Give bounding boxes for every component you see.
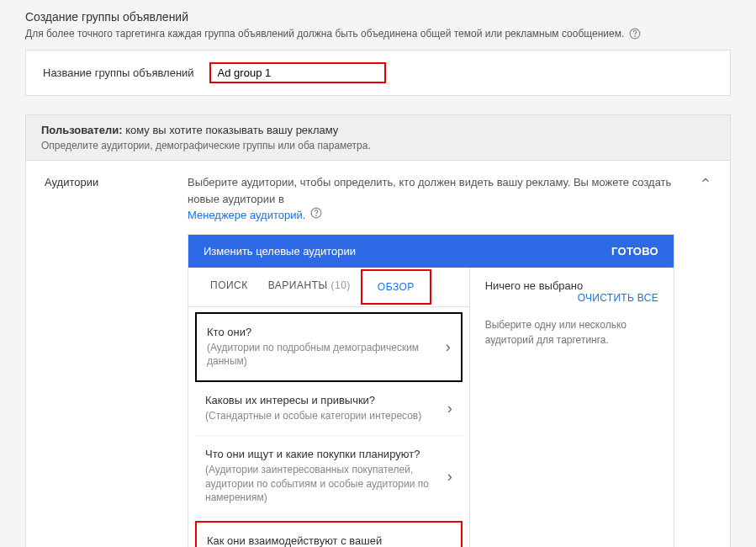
category-interaction[interactable]: Как они взаимодействуют с вашей компание…: [195, 521, 463, 547]
users-header-rest: кому вы хотите показывать вашу рекламу: [123, 124, 339, 136]
help-icon[interactable]: [629, 28, 641, 40]
done-button[interactable]: ГОТОВО: [611, 245, 658, 258]
audience-tabs: ПОИСК ВАРИАНТЫ (10) ОБЗОР: [188, 268, 469, 307]
audiences-selected-column: Ничего не выбрано ОЧИСТИТЬ ВСЕ Выберите …: [470, 268, 674, 548]
page-subtitle: Для более точного таргетинга каждая груп…: [25, 28, 731, 40]
collapse-button[interactable]: [700, 174, 711, 547]
category-title: Как они взаимодействуют с вашей компание…: [207, 534, 439, 547]
users-header: Пользователи: кому вы хотите показывать …: [25, 114, 731, 161]
audiences-panel: Изменить целевые аудитории ГОТОВО ПОИСК …: [188, 234, 674, 548]
adgroup-name-input[interactable]: [218, 66, 378, 79]
svg-point-3: [316, 215, 317, 216]
audiences-panel-title: Изменить целевые аудитории: [204, 245, 356, 258]
adgroup-name-input-wrap: [209, 62, 386, 83]
category-who[interactable]: Кто они? (Аудитории по подробным демогра…: [195, 312, 463, 383]
category-sub: (Аудитории по подробным демографическим …: [207, 341, 439, 369]
audiences-desc-text: Выберите аудитории, чтобы определить, кт…: [188, 174, 674, 207]
users-header-title: Пользователи: кому вы хотите показывать …: [41, 124, 715, 136]
category-sub: (Аудитории заинтересованных покупателей,…: [205, 463, 441, 505]
tab-search[interactable]: ПОИСК: [200, 268, 258, 306]
audiences-browse-column: ПОИСК ВАРИАНТЫ (10) ОБЗОР Кт: [188, 268, 470, 548]
category-title: Кто они?: [207, 326, 439, 338]
tab-ideas-count: (10): [330, 279, 350, 291]
help-icon[interactable]: [310, 207, 322, 219]
clear-all-button[interactable]: ОЧИСТИТЬ ВСЕ: [578, 292, 658, 304]
category-interests[interactable]: Каковы их интересы и привычки? (Стандарт…: [195, 382, 463, 436]
page-title: Создание группы объявлений: [25, 10, 731, 24]
tab-ideas-label: ВАРИАНТЫ: [268, 279, 328, 291]
users-header-prefix: Пользователи:: [41, 124, 123, 136]
tab-browse[interactable]: ОБЗОР: [361, 269, 431, 305]
select-prompt: Выберите одну или несколько аудиторий дл…: [485, 317, 658, 348]
none-selected-label: Ничего не выбрано: [485, 279, 584, 292]
tab-ideas[interactable]: ВАРИАНТЫ (10): [258, 268, 361, 306]
category-title: Каковы их интересы и привычки?: [205, 394, 441, 406]
chevron-right-icon: ›: [441, 468, 452, 486]
audiences-label: Аудитории: [45, 174, 162, 547]
category-title: Что они ищут и какие покупки планируют?: [205, 448, 441, 460]
audiences-desc: Выберите аудитории, чтобы определить, кт…: [188, 174, 674, 224]
category-list: Кто они? (Аудитории по подробным демогра…: [188, 307, 469, 548]
category-research[interactable]: Что они ищут и какие покупки планируют? …: [195, 436, 463, 518]
category-sub: (Стандартные и особые категории интересо…: [205, 409, 441, 423]
chevron-right-icon: ›: [441, 400, 452, 417]
audience-manager-link[interactable]: Менеджере аудиторий: [188, 207, 303, 224]
adgroup-name-card: Название группы объявлений: [25, 50, 731, 96]
adgroup-name-label: Название группы объявлений: [43, 66, 194, 79]
users-header-sub: Определите аудитории, демографические гр…: [41, 140, 715, 151]
svg-point-1: [635, 36, 636, 37]
page-subtitle-text: Для более точного таргетинга каждая груп…: [25, 28, 624, 40]
audiences-section: Аудитории Выберите аудитории, чтобы опре…: [25, 161, 731, 547]
audiences-panel-header: Изменить целевые аудитории ГОТОВО: [188, 235, 674, 268]
chevron-right-icon: ›: [439, 338, 451, 356]
